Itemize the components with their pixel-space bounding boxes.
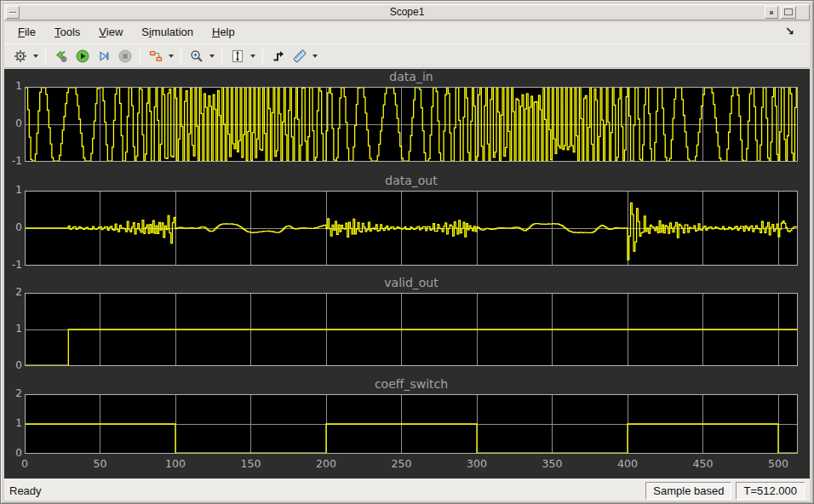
run-button[interactable] [72, 46, 93, 66]
highlight-block-dropdown-caret[interactable] [166, 46, 176, 66]
menu-simulation[interactable]: Simulation [135, 22, 200, 41]
xtick-label: 500 [760, 457, 797, 470]
xtick-label: 50 [81, 457, 118, 470]
trigger-icon [272, 49, 285, 63]
xtick-label: 150 [232, 457, 269, 470]
minimize-button[interactable] [765, 6, 778, 19]
zoom-icon [190, 49, 204, 63]
plot-title-data_in: data_in [25, 70, 798, 83]
scale-axes-icon [231, 49, 244, 63]
dock-arrow-icon[interactable]: ↘ [785, 25, 794, 37]
toolbar-separator [140, 47, 140, 65]
xtick-label: 400 [609, 457, 646, 470]
window-menu-icon [9, 12, 16, 14]
xtick-label: 200 [307, 457, 345, 470]
measurements-dropdown-caret[interactable] [310, 46, 320, 66]
plot-coeff_switch[interactable] [25, 394, 798, 454]
xtick-label: 450 [684, 457, 721, 470]
xtick-label: 350 [533, 457, 570, 470]
status-bar: Ready Sample based T=512.000 [4, 479, 810, 501]
menu-file[interactable]: File [11, 22, 43, 41]
ytick-label: 2 [4, 387, 22, 399]
trigger-button[interactable] [267, 46, 289, 66]
highlight-block-icon [149, 49, 163, 63]
stepping-options-button[interactable] [50, 46, 72, 66]
scale-axes-dropdown-caret[interactable] [248, 46, 258, 66]
run-icon [76, 49, 89, 63]
ytick-label: 1 [4, 184, 22, 196]
measurements-button[interactable] [289, 46, 310, 66]
time-badge: T=512.000 [736, 482, 805, 500]
window-menu-button[interactable] [6, 6, 20, 19]
menu-view[interactable]: View [92, 22, 129, 41]
toolbar-separator [45, 47, 46, 65]
scale-axes-button[interactable] [226, 46, 248, 66]
minimize-icon [770, 11, 773, 14]
status-ready: Ready [9, 484, 641, 497]
plot-data_out[interactable] [25, 191, 798, 266]
step-forward-icon [97, 49, 111, 63]
ytick-label: 1 [4, 417, 22, 429]
settings-gear-dropdown-caret[interactable] [31, 46, 41, 66]
scope-window: Scope1 FileToolsViewSimulationHelp↘ data… [0, 0, 814, 504]
scope-canvas: data_in10-1data_out10-1valid_out210coeff… [4, 69, 810, 478]
settings-gear-icon [14, 49, 27, 63]
toolbar-separator [262, 47, 263, 65]
xtick-label: 300 [458, 457, 496, 470]
toolbar-separator [221, 47, 222, 65]
zoom-dropdown-caret[interactable] [207, 46, 217, 66]
ytick-label: 1 [4, 80, 22, 92]
ytick-label: -1 [4, 259, 22, 271]
ytick-label: 0 [4, 117, 22, 129]
title-bar[interactable]: Scope1 [4, 4, 810, 20]
plot-title-valid_out: valid_out [25, 276, 798, 289]
xtick-label: 100 [157, 457, 194, 470]
plot-title-coeff_switch: coeff_switch [25, 377, 798, 391]
ytick-label: 0 [4, 221, 22, 233]
measurements-icon [293, 49, 307, 63]
plot-data_in[interactable] [25, 87, 798, 162]
toolbar [4, 43, 810, 68]
ytick-label: 0 [4, 359, 22, 371]
menu-help[interactable]: Help [205, 22, 242, 41]
toolbar-separator [181, 47, 181, 65]
ytick-label: 2 [4, 286, 22, 298]
stepping-options-icon [54, 49, 68, 63]
maximize-icon [784, 9, 793, 15]
plot-title-data_out: data_out [25, 174, 798, 187]
settings-gear-button[interactable] [9, 46, 31, 66]
xtick-label: 250 [382, 457, 420, 470]
menu-tools[interactable]: Tools [48, 22, 87, 41]
window-title: Scope1 [390, 6, 425, 18]
ytick-label: 1 [4, 323, 22, 335]
xtick-label: 0 [6, 457, 43, 470]
ytick-label: -1 [4, 155, 22, 167]
stop-icon [118, 49, 132, 63]
step-forward-button[interactable] [93, 46, 114, 66]
zoom-button[interactable] [186, 46, 207, 66]
maximize-button[interactable] [781, 6, 796, 19]
highlight-block-button[interactable] [145, 46, 166, 66]
sample-mode-badge: Sample based [645, 482, 731, 500]
menu-bar: FileToolsViewSimulationHelp↘ [4, 22, 810, 43]
stop-button[interactable] [114, 46, 135, 66]
plot-valid_out[interactable] [25, 293, 798, 366]
